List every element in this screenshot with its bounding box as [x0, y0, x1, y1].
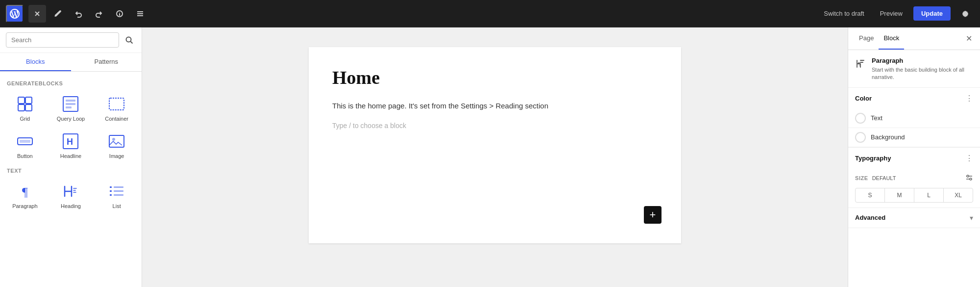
size-btn-s[interactable]: S	[856, 188, 885, 202]
background-color-circle[interactable]	[855, 132, 866, 143]
block-item-list[interactable]: List	[94, 177, 140, 214]
wp-logo-button[interactable]	[6, 5, 24, 23]
settings-button[interactable]	[956, 5, 974, 23]
redo-button[interactable]	[90, 5, 108, 23]
canvas-page: Home This is the home page. It's set fro…	[309, 47, 681, 243]
block-info: ¶ Paragraph Start with the basic buildin…	[848, 50, 980, 88]
typography-panel-header[interactable]: Typography ⋮	[848, 148, 980, 169]
info-button[interactable]	[111, 5, 128, 23]
preview-button[interactable]: Preview	[875, 7, 907, 20]
section-label-generateblocks: GENERATEBLOCKS	[0, 77, 142, 89]
text-color-label: Text	[871, 114, 882, 122]
typography-section: SIZE DEFAULT S M L XL	[848, 169, 980, 208]
block-item-grid[interactable]: Grid	[2, 89, 48, 127]
block-adder-placeholder[interactable]: Type / to choose a block	[332, 122, 658, 130]
right-sidebar-close[interactable]: ✕	[964, 32, 974, 45]
paragraph-block-icon: ¶	[855, 58, 867, 72]
svg-rect-10	[66, 100, 75, 102]
search-icon-button[interactable]	[123, 34, 136, 47]
svg-rect-23	[110, 190, 112, 192]
heading-icon	[62, 183, 79, 200]
block-name: Paragraph	[872, 57, 973, 64]
size-buttons: S M L XL	[855, 188, 973, 203]
block-label-headline: Headline	[60, 153, 81, 159]
block-item-image[interactable]: Image	[94, 127, 140, 164]
svg-rect-26	[114, 194, 123, 196]
svg-rect-24	[114, 190, 123, 192]
undo-button[interactable]	[70, 5, 87, 23]
svg-text:H: H	[67, 137, 73, 147]
svg-point-31	[970, 178, 972, 180]
switch-to-draft-button[interactable]: Switch to draft	[819, 7, 869, 20]
blocks-content: GENERATEBLOCKS Grid	[0, 72, 142, 287]
tab-patterns[interactable]: Patterns	[71, 53, 142, 71]
block-item-container[interactable]: Container	[94, 89, 140, 127]
list-icon	[108, 183, 125, 200]
size-value: DEFAULT	[872, 175, 896, 181]
advanced-panel-header[interactable]: Advanced ▾	[848, 208, 980, 228]
page-text: This is the home page. It's set from the…	[332, 100, 658, 112]
block-item-heading[interactable]: Heading	[48, 177, 94, 214]
brush-button[interactable]	[49, 5, 67, 23]
svg-point-4	[126, 37, 131, 42]
advanced-title: Advanced	[855, 214, 885, 221]
typography-adjust-button[interactable]	[965, 174, 973, 183]
block-description: Start with the basic building block of a…	[872, 66, 973, 81]
svg-rect-22	[114, 186, 123, 188]
svg-rect-21	[110, 186, 112, 188]
headline-icon: H	[62, 132, 79, 150]
block-item-headline[interactable]: H Headline	[48, 127, 94, 164]
sidebar-left: Blocks Patterns GENERATEBLOCKS	[0, 27, 142, 287]
typography-panel-more[interactable]: ⋮	[965, 154, 973, 163]
add-block-button[interactable]: +	[644, 206, 662, 224]
search-input[interactable]	[6, 32, 119, 48]
svg-rect-1	[137, 11, 143, 12]
background-color-label: Background	[871, 133, 905, 141]
toolbar-left	[6, 5, 149, 23]
grid-icon	[16, 95, 34, 113]
size-btn-m[interactable]: M	[885, 188, 914, 202]
color-panel-title: Color	[855, 95, 872, 102]
block-label-image: Image	[109, 153, 124, 159]
color-panel-more[interactable]: ⋮	[965, 94, 973, 103]
block-item-button[interactable]: Button	[2, 127, 48, 164]
main-area: Blocks Patterns GENERATEBLOCKS	[0, 27, 980, 287]
update-button[interactable]: Update	[913, 6, 951, 21]
image-icon	[108, 132, 125, 150]
svg-rect-15	[20, 140, 30, 143]
tab-block[interactable]: Block	[879, 27, 904, 50]
page-title: Home	[332, 67, 658, 88]
block-item-query-loop[interactable]: Query Loop	[48, 89, 94, 127]
svg-rect-25	[110, 194, 112, 196]
close-button[interactable]	[28, 5, 46, 23]
block-label-query-loop: Query Loop	[57, 116, 85, 122]
tabs-bar: Blocks Patterns	[0, 53, 142, 72]
svg-rect-11	[66, 103, 75, 105]
paragraph-icon: ¶	[16, 183, 34, 200]
typography-size-row: SIZE DEFAULT	[855, 174, 973, 183]
block-item-paragraph[interactable]: ¶ Paragraph	[2, 177, 48, 214]
tab-blocks[interactable]: Blocks	[0, 53, 71, 71]
advanced-panel: Advanced ▾	[848, 208, 980, 228]
size-btn-xl[interactable]: XL	[944, 188, 973, 202]
color-panel: Color ⋮ Text Background	[848, 88, 980, 148]
text-color-row: Text	[848, 109, 980, 128]
block-info-text: Paragraph Start with the basic building …	[872, 57, 973, 81]
svg-text:¶: ¶	[858, 61, 860, 67]
svg-rect-5	[18, 97, 24, 104]
typography-panel: Typography ⋮ SIZE DEFAULT	[848, 148, 980, 208]
text-color-circle[interactable]	[855, 113, 866, 124]
svg-rect-12	[66, 106, 72, 108]
svg-text:¶: ¶	[22, 185, 28, 199]
color-panel-header[interactable]: Color ⋮	[848, 88, 980, 109]
list-view-button[interactable]	[131, 5, 149, 23]
text-blocks-grid: ¶ Paragraph Heading	[0, 177, 142, 214]
search-bar	[0, 27, 142, 53]
tab-page[interactable]: Page	[854, 27, 879, 50]
svg-rect-2	[137, 13, 143, 14]
size-btn-l[interactable]: L	[914, 188, 944, 202]
svg-point-30	[967, 175, 969, 177]
block-label-paragraph: Paragraph	[12, 203, 37, 209]
svg-rect-6	[25, 97, 32, 104]
block-label-list: List	[113, 203, 121, 209]
